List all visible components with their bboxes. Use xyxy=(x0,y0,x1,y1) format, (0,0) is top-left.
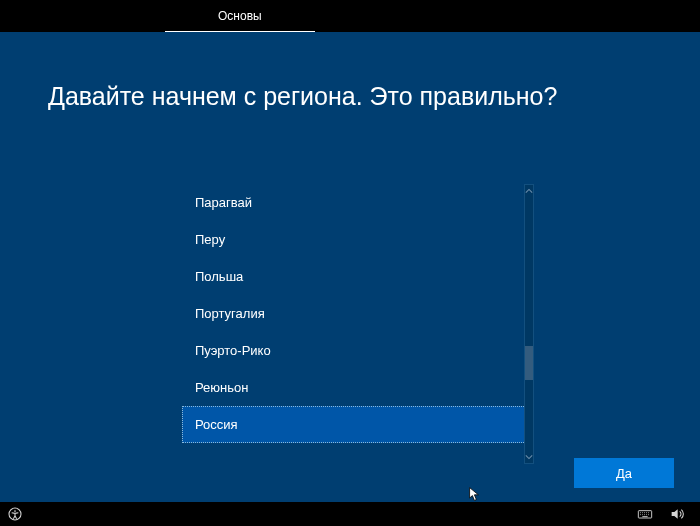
scroll-up-arrow[interactable] xyxy=(525,185,533,197)
main-panel: Давайте начнем с региона. Это правильно?… xyxy=(0,32,700,502)
top-tab-bar: Основы xyxy=(0,0,700,32)
region-list[interactable]: ПарагвайПеруПольшаПортугалияПуэрто-РикоР… xyxy=(182,184,524,464)
region-item[interactable]: Польша xyxy=(182,258,524,295)
region-list-container: ПарагвайПеруПольшаПортугалияПуэрто-РикоР… xyxy=(182,184,534,464)
region-item[interactable]: Перу xyxy=(182,221,524,258)
tab-basics[interactable]: Основы xyxy=(200,0,280,32)
confirm-button[interactable]: Да xyxy=(574,458,674,488)
scrollbar[interactable] xyxy=(524,184,534,464)
page-title: Давайте начнем с региона. Это правильно? xyxy=(48,82,652,111)
ease-of-access-icon[interactable] xyxy=(6,505,24,523)
region-item[interactable]: Реюньон xyxy=(182,369,524,406)
region-item[interactable]: Португалия xyxy=(182,295,524,332)
region-item[interactable]: Пуэрто-Рико xyxy=(182,332,524,369)
scroll-thumb[interactable] xyxy=(525,346,533,379)
region-item[interactable]: Россия xyxy=(182,406,524,443)
keyboard-icon[interactable] xyxy=(636,505,654,523)
scroll-down-arrow[interactable] xyxy=(525,451,533,463)
svg-point-1 xyxy=(14,510,16,512)
volume-icon[interactable] xyxy=(668,505,686,523)
bottom-bar xyxy=(0,502,700,526)
region-item[interactable]: Парагвай xyxy=(182,184,524,221)
